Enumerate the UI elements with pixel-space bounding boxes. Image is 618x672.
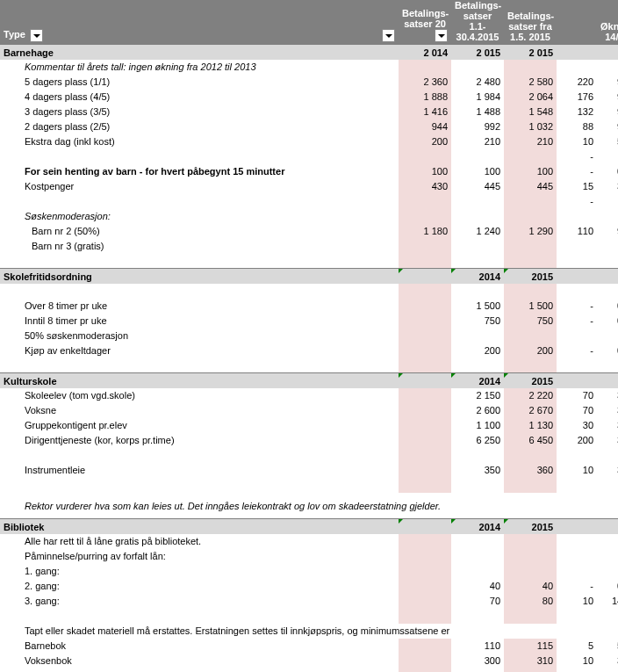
col-header-3: Betalings-satser fra 1.5. 2015 [504,0,557,45]
table-row: Barn nr 2 (50%)1 1801 2401 2901109 % [0,224,618,239]
table-row: - [0,194,618,209]
header-row: Type Betalings-satser 20 Betalings-satse… [0,0,618,45]
table-row: Søskenmoderasjon: [0,209,618,224]
table-row: Kostpenger430445445153 % [0,179,618,194]
section-kulturskole: Kulturskole 2014 2015 [0,373,618,388]
section-title: Kulturskole [0,373,399,388]
table-row: Gruppekontigent pr.elev1 1001 130303 % [0,418,618,433]
table-row: Inntil 8 timer pr uke750750-0 % [0,314,618,329]
year-cell: 2 014 [399,45,451,60]
table-row: Voksenbok300310103 % [0,654,618,668]
col-header-1: Betalings-satser 20 [399,0,451,45]
year-cell: 2014 [451,373,504,388]
year-cell: 2015 [504,519,557,534]
year-cell: 2015 [504,373,557,388]
type-header-label: Type [4,30,25,40]
spacer-row [0,254,618,269]
table-row: Ekstra dag (inkl kost)200210210105 % [0,134,618,149]
spacer-row [0,284,618,299]
section-title: Barnehage [0,45,399,60]
table-row: Dirigenttjeneste (kor, korps pr.time)6 2… [0,433,618,448]
section-barnehage: Barnehage 2 014 2 015 2 015 [0,45,618,60]
table-row: 5 dagers plass (1/1)2 3602 4802 5802209 … [0,75,618,90]
table-row: Over 8 timer pr uke1 5001 500-0 % [0,299,618,314]
table-row: 2 dagers plass (2/5)9449921 032889 % [0,119,618,134]
spacer-row [0,478,618,493]
table-row: Skoleelev (tom vgd.skole)2 1502 220703 % [0,388,618,403]
comment-row: Kommentar til årets tall: ingen økning f… [0,60,618,75]
note-row: Rektor vurderer hva som kan leies ut. De… [0,493,618,519]
year-cell: 2 015 [451,45,504,60]
section-sfo: Skolefritidsordning 2014 2015 [0,269,618,284]
section-title: Bibliotek [0,519,399,534]
table-row: Voksne2 6002 670703 % [0,403,618,418]
spacer-row [0,609,618,624]
section-title: Skolefritidsordning [0,269,399,284]
filter-dropdown-icon[interactable] [382,29,395,42]
col-header-2: Betalings-satser 1.1-30.4.2015 [451,0,504,45]
table-row: Barnebok11011555 % [0,639,618,654]
year-cell: 2014 [451,269,504,284]
table-row: Påminnelse/purring av forfalt lån: [0,549,618,564]
year-cell: 2014 [451,519,504,534]
filter-dropdown-icon[interactable] [30,29,43,42]
table-row: 4 dagers plass (4/5)1 8881 9842 0641769 … [0,90,618,105]
table-row: Kjøp av enkeltdager200200-0 % [0,343,618,358]
table-row: 1. gang: [0,564,618,579]
col-header-5: Økning 14/15 [597,0,618,45]
rates-table: Type Betalings-satser 20 Betalings-satse… [0,0,618,672]
spacer-row [0,448,618,463]
filter-dropdown-icon[interactable] [435,29,448,42]
table-row: Video/DVD240250104 % [0,668,618,672]
table-row: 2. gang:4040-0 % [0,579,618,594]
table-row: Barn nr 3 (gratis) [0,239,618,254]
table-row: 50% søskenmoderasjon [0,329,618,343]
table-row: 3 dagers plass (3/5)1 4161 4881 5481329 … [0,105,618,119]
table-row: Instrumentleie350360103 % [0,463,618,478]
spacer-row [0,358,618,373]
table-row: - [0,149,618,164]
table-row: Alle har rett til å låne gratis på bibli… [0,534,618,549]
table-row: For sein henting av barn - for hvert påb… [0,164,618,179]
note-row: Tapt eller skadet materiell må erstattes… [0,624,618,639]
section-bibliotek: Bibliotek 2014 2015 [0,519,618,534]
year-cell: 2015 [504,269,557,284]
year-cell: 2 015 [504,45,557,60]
table-row: 3. gang:70801014 % [0,594,618,609]
